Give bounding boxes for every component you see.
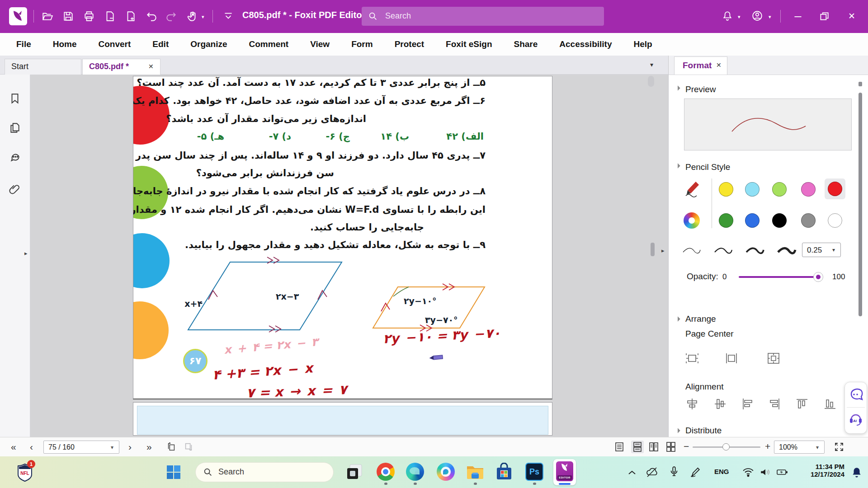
pencil-draw-icon[interactable] bbox=[682, 178, 702, 198]
menu-organize[interactable]: Organize bbox=[179, 33, 238, 56]
menu-comment[interactable]: Comment bbox=[238, 33, 300, 56]
menu-accessibility[interactable]: Accessibility bbox=[548, 33, 623, 56]
menu-convert[interactable]: Convert bbox=[88, 33, 142, 56]
tray-expand-icon[interactable] bbox=[627, 467, 637, 478]
stroke-width-thick-icon[interactable] bbox=[775, 244, 797, 257]
doc-scrollbar-thumb[interactable] bbox=[651, 243, 655, 256]
color-chip-white[interactable] bbox=[828, 213, 842, 228]
color-chip-pink[interactable] bbox=[801, 182, 816, 197]
panel-expander-icon[interactable]: ▸ bbox=[661, 247, 665, 254]
color-chip-black[interactable] bbox=[772, 213, 787, 228]
single-page-view-icon[interactable] bbox=[614, 441, 625, 452]
prev-page-button[interactable]: ‹ bbox=[30, 441, 33, 453]
align-top-icon[interactable] bbox=[796, 398, 808, 410]
notifications-bell-icon[interactable] bbox=[722, 10, 733, 22]
color-chip-cyan[interactable] bbox=[745, 182, 760, 197]
edge-icon[interactable] bbox=[406, 463, 424, 481]
color-chip-yellow[interactable] bbox=[719, 182, 733, 197]
zoom-slider-handle[interactable] bbox=[722, 443, 730, 450]
stroke-width-select[interactable]: 0.25 ▾ bbox=[802, 243, 841, 257]
open-file-icon[interactable] bbox=[42, 10, 53, 22]
copilot-icon[interactable] bbox=[437, 463, 455, 481]
format-tab-close-icon[interactable]: ✕ bbox=[716, 61, 722, 69]
format-tab[interactable]: Format ✕ bbox=[674, 56, 727, 75]
clock[interactable]: 11:34 PM 12/17/2024 bbox=[797, 463, 844, 478]
opacity-slider-handle[interactable] bbox=[813, 272, 823, 282]
align-bottom-icon[interactable] bbox=[824, 398, 836, 410]
color-chip-lightgreen[interactable] bbox=[772, 182, 787, 197]
sidebar-expander-icon[interactable]: ▸ bbox=[24, 250, 28, 257]
undo-icon[interactable] bbox=[146, 10, 157, 22]
close-button[interactable]: ✕ bbox=[848, 11, 855, 21]
chrome-icon[interactable] bbox=[377, 463, 395, 481]
center-horizontally-icon[interactable] bbox=[725, 352, 738, 364]
doc-scrollbar-thumb-top[interactable] bbox=[648, 76, 654, 87]
next-page-button[interactable]: › bbox=[128, 441, 132, 453]
print-icon[interactable] bbox=[83, 10, 95, 22]
bookmarks-icon[interactable] bbox=[9, 93, 21, 104]
menu-edit[interactable]: Edit bbox=[142, 33, 179, 56]
color-chip-red-selected[interactable] bbox=[828, 182, 842, 196]
nfl-app-icon[interactable]: NFL 1 bbox=[17, 464, 33, 482]
global-search-box[interactable]: Search bbox=[362, 7, 604, 26]
ai-assistant-icon[interactable]: AI bbox=[848, 411, 864, 427]
restore-button[interactable] bbox=[818, 10, 830, 22]
align-center-v-icon[interactable] bbox=[714, 398, 726, 410]
color-chip-gray[interactable] bbox=[801, 213, 816, 228]
battery-charging-icon[interactable] bbox=[776, 467, 788, 477]
delete-page-icon[interactable] bbox=[104, 10, 116, 22]
facing-continuous-view-icon[interactable] bbox=[665, 441, 676, 452]
tab-list-caret-icon[interactable]: ▾ bbox=[650, 61, 653, 68]
prev-view-icon[interactable] bbox=[166, 442, 176, 452]
fullscreen-icon[interactable] bbox=[834, 441, 844, 452]
ink-equation-bottom[interactable]: ۷ = x → x = ۷ bbox=[246, 382, 347, 399]
pen-icon[interactable] bbox=[689, 466, 701, 478]
add-page-icon[interactable] bbox=[125, 10, 137, 22]
menu-help[interactable]: Help bbox=[623, 33, 663, 56]
center-vertically-icon[interactable] bbox=[685, 352, 699, 364]
attachments-icon[interactable] bbox=[9, 183, 21, 195]
chat-bubble-icon[interactable] bbox=[848, 387, 864, 403]
continuous-view-icon[interactable] bbox=[631, 441, 644, 453]
pdf-page-75[interactable]: ۵ــ از پنج برابر عددی ۳ تا کم کردیم، عدد… bbox=[133, 76, 552, 399]
task-view-icon[interactable] bbox=[346, 464, 363, 480]
tab-start[interactable]: Start bbox=[5, 59, 81, 75]
volume-icon[interactable] bbox=[760, 466, 771, 478]
align-center-h-icon[interactable] bbox=[686, 398, 698, 410]
start-button[interactable] bbox=[166, 465, 181, 479]
facing-view-icon[interactable] bbox=[648, 441, 659, 452]
wifi-icon[interactable] bbox=[742, 466, 754, 478]
onedrive-paused-icon[interactable] bbox=[646, 466, 658, 478]
menu-form[interactable]: Form bbox=[340, 33, 384, 56]
ms-store-icon[interactable] bbox=[495, 463, 513, 481]
microphone-icon[interactable] bbox=[668, 466, 680, 478]
foxit-editor-taskbar-icon[interactable]: EDITOR bbox=[553, 459, 576, 485]
menu-home[interactable]: Home bbox=[42, 33, 88, 56]
preview-collapse-icon[interactable] bbox=[675, 85, 680, 90]
zoom-out-button[interactable]: − bbox=[684, 441, 689, 452]
language-indicator[interactable]: ENG bbox=[714, 468, 729, 475]
panel-scrollbar-thumb[interactable] bbox=[859, 93, 862, 316]
page-thumbnails-icon[interactable] bbox=[9, 122, 21, 134]
notifications-caret[interactable]: ▾ bbox=[738, 14, 741, 20]
pencil-style-collapse-icon[interactable] bbox=[675, 163, 680, 168]
stroke-width-thin-icon[interactable] bbox=[680, 244, 702, 257]
notification-bell-icon[interactable] bbox=[851, 466, 863, 478]
color-wheel-icon[interactable] bbox=[684, 212, 700, 229]
redo-icon[interactable] bbox=[165, 10, 177, 22]
collapse-toolbar-icon[interactable] bbox=[222, 10, 234, 22]
file-explorer-icon[interactable] bbox=[466, 464, 484, 481]
menu-protect[interactable]: Protect bbox=[384, 33, 435, 56]
menu-file[interactable]: File bbox=[5, 33, 42, 56]
stroke-width-medium-icon[interactable] bbox=[744, 244, 765, 257]
align-right-icon[interactable] bbox=[769, 398, 780, 410]
stroke-width-light-icon[interactable] bbox=[712, 244, 734, 257]
panel-scroll-up[interactable] bbox=[859, 82, 862, 86]
next-view-icon[interactable] bbox=[184, 442, 193, 452]
first-page-button[interactable]: « bbox=[11, 441, 16, 453]
tab-document[interactable]: C805.pdf * ✕ bbox=[82, 59, 160, 75]
taskbar-search-box[interactable]: Search bbox=[195, 462, 334, 482]
last-page-button[interactable]: » bbox=[146, 441, 152, 453]
zoom-level-field[interactable]: 100% ▾ bbox=[774, 441, 825, 454]
document-viewport[interactable]: ۵ــ از پنج برابر عددی ۳ تا کم کردیم، عدد… bbox=[30, 75, 668, 437]
